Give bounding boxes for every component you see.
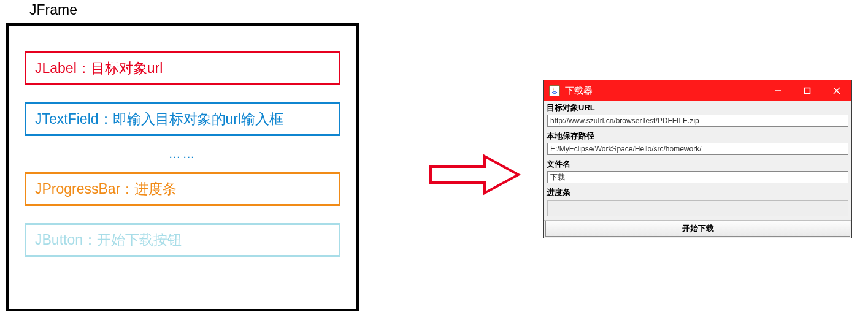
progress-label: 进度条 bbox=[544, 186, 851, 199]
maximize-button[interactable] bbox=[793, 80, 822, 101]
svg-point-1 bbox=[552, 92, 557, 94]
jbutton-box: JButton：开始下载按钮 bbox=[25, 223, 340, 257]
jprogressbar-box: JProgressBar：进度条 bbox=[25, 172, 340, 206]
path-label: 本地保存路径 bbox=[544, 129, 851, 143]
path-input[interactable] bbox=[547, 143, 848, 155]
start-download-button[interactable]: 开始下载 bbox=[545, 221, 850, 237]
jtextfield-box: JTextField：即输入目标对象的url输入框 bbox=[25, 102, 340, 136]
filename-input[interactable] bbox=[547, 171, 848, 183]
svg-marker-0 bbox=[431, 156, 518, 193]
url-label: 目标对象URL bbox=[544, 101, 851, 115]
window-title: 下载器 bbox=[565, 85, 763, 97]
app-body: 目标对象URL 本地保存路径 文件名 进度条 开始下载 bbox=[544, 101, 851, 238]
jframe-layout-box: JLabel：目标对象url JTextField：即输入目标对象的url输入框… bbox=[6, 23, 359, 311]
arrow-icon bbox=[429, 153, 521, 199]
close-button[interactable] bbox=[822, 80, 851, 101]
jlabel-box: JLabel：目标对象url bbox=[25, 51, 340, 85]
progress-bar bbox=[547, 200, 848, 216]
ellipsis: …… bbox=[25, 147, 340, 161]
diagram-title: JFrame bbox=[29, 2, 77, 18]
filename-label: 文件名 bbox=[544, 158, 851, 171]
java-app-icon bbox=[549, 85, 560, 96]
minimize-button[interactable] bbox=[763, 80, 793, 101]
svg-rect-3 bbox=[805, 88, 810, 94]
titlebar: 下载器 bbox=[544, 80, 851, 101]
app-window: 下载器 目标对象URL 本地保存路径 文件名 进度条 开始下载 bbox=[543, 80, 852, 238]
url-input[interactable] bbox=[547, 115, 848, 127]
